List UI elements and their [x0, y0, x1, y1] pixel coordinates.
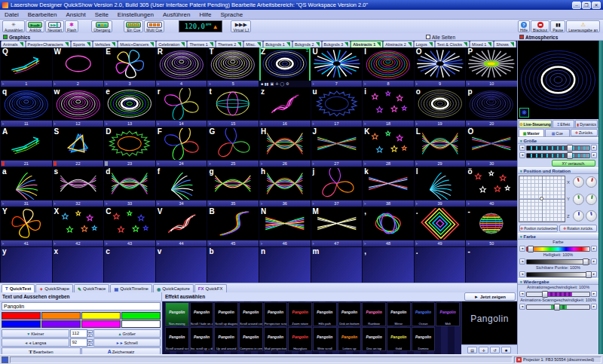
tab-cue[interactable]: ▦Cue: [545, 129, 571, 136]
pause-button[interactable]: ▮▮ Pause: [550, 20, 565, 32]
color-swatch[interactable]: [41, 320, 81, 328]
color-swatch[interactable]: [81, 312, 121, 320]
grid-cell-K[interactable]: K⊦28: [363, 127, 414, 167]
color-slider[interactable]: ◄ ►: [518, 245, 598, 252]
spin-up-icon[interactable]: ▲: [87, 330, 93, 333]
maximize-button[interactable]: ❐: [582, 2, 591, 9]
grid-cell-G[interactable]: G⊦25: [207, 127, 259, 167]
effect-tile-perspective-scroll[interactable]: PangolinPerspective scroll: [264, 302, 288, 326]
preview-source-icon[interactable]: ❋: [519, 108, 529, 118]
effect-tile-scroll-around-screen[interactable]: PangolinScroll around screen: [165, 327, 189, 351]
one-cue-button[interactable]: Ein Cue: [124, 20, 143, 32]
grid-cell-d[interactable]: d⊦33: [104, 167, 155, 206]
y-rotation-knob[interactable]: [573, 194, 584, 205]
menu-ausführen[interactable]: Ausführen: [158, 11, 194, 18]
z-rotation-knob[interactable]: [573, 210, 584, 222]
grid-cell-ö[interactable]: ö⊦40: [466, 167, 517, 206]
select-mode-button[interactable]: ✳ Auswählen: [2, 20, 25, 32]
grid-cell-n[interactable]: n: [259, 247, 311, 286]
slider-right-button[interactable]: ►: [591, 152, 597, 158]
grid-cell-Q[interactable]: Q⊦1: [1, 47, 52, 87]
grid-cell-H[interactable]: H⊦26: [259, 127, 311, 167]
cell-player-controls[interactable]: ■▮▮▣✛◯⚙: [259, 81, 311, 87]
grid-cell-f[interactable]: f⊦34: [156, 167, 207, 206]
z-rotation-knob-2[interactable]: [586, 210, 597, 222]
menu-sprache[interactable]: Sprache: [216, 11, 247, 18]
panel-scrollbar[interactable]: [598, 41, 603, 354]
flash-mode-button[interactable]: ✱ Flash: [65, 20, 78, 32]
size-value[interactable]: 112: [70, 329, 87, 338]
menu-seite[interactable]: Seite: [90, 11, 113, 18]
slider-left-button[interactable]: ◄: [519, 258, 525, 265]
color-swatch[interactable]: [41, 312, 81, 320]
preview-tool-icon[interactable]: ↺: [490, 347, 500, 353]
minimize-button[interactable]: –: [572, 2, 581, 9]
grid-cell-I[interactable]: I⊦8: [363, 47, 414, 87]
spin-up-icon[interactable]: ▲: [87, 339, 93, 342]
grid-cell-k[interactable]: k⊦38: [363, 167, 414, 206]
grid-cell-P[interactable]: P⊦10: [466, 47, 517, 87]
page-tab-abstracts-2[interactable]: Abstracts 2: [383, 41, 414, 47]
page-tab-shows[interactable]: Shows: [494, 41, 516, 47]
blackout-button[interactable]: Blackout: [531, 20, 549, 32]
player-icon[interactable]: ■: [261, 81, 263, 86]
tab-quickcapture[interactable]: ◉QuickCapture: [153, 284, 194, 292]
page-tab-vehicles[interactable]: Vehicles: [93, 41, 118, 47]
grid-cell-c[interactable]: c: [104, 247, 155, 286]
slider-left-button[interactable]: ◄: [519, 246, 525, 252]
page-tab-abstracts-1[interactable]: Abstracts 1: [350, 41, 383, 47]
section-header-size[interactable]: ▾Größe: [518, 137, 598, 144]
grid-cell-v[interactable]: v: [156, 247, 207, 286]
effect-tile-non-moving[interactable]: PangolinNon-moving: [165, 302, 189, 326]
grid-cell-j[interactable]: j⊦37: [311, 167, 363, 206]
effect-tile-disk-on-bottom[interactable]: PangolinDisk on bottom: [338, 302, 362, 326]
slider-left-button[interactable]: ◄: [519, 271, 525, 277]
grid-cell-u[interactable]: u⊦17: [311, 87, 363, 127]
transition-button[interactable]: Übergang: [91, 20, 112, 32]
tab-quickshape[interactable]: ✦QuickShape: [35, 284, 73, 292]
page-tab-bckgnds-1[interactable]: Bckgnds 1: [263, 41, 292, 47]
all-pages-checkbox[interactable]: Alle Seiten: [426, 33, 455, 41]
preview-tool-icon[interactable]: ✛: [479, 347, 488, 353]
effect-tile-scroll-fade-on-off[interactable]: PangolinScroll / fade on-off: [190, 302, 214, 326]
show-now-button[interactable]: ►Jetzt zeigen: [464, 292, 516, 301]
visible-points-slider[interactable]: ◄ ►: [518, 271, 598, 278]
color-swatch[interactable]: [121, 312, 161, 320]
grid-cell-X[interactable]: X⊦42: [53, 207, 104, 246]
slider-right-button[interactable]: ►: [591, 246, 597, 252]
slider-left-button[interactable]: ◄: [519, 145, 525, 151]
smaller-button[interactable]: ▼Kleiner: [2, 329, 69, 338]
grid-cell-a[interactable]: a⊦31: [1, 167, 52, 206]
effect-tile-disc-on-top[interactable]: PangolinDisc on top: [362, 327, 386, 351]
player-icon[interactable]: ▮▮: [265, 81, 269, 86]
grid-cell-B[interactable]: B⊦45: [207, 207, 259, 246]
grid-cell-F[interactable]: F⊦24: [156, 127, 207, 167]
effect-tile-scroll-around-corner[interactable]: PangolinScroll around corner: [239, 302, 263, 326]
tab-dynamics[interactable]: ▮Dynamics: [575, 120, 598, 127]
page-tab-text-clocks[interactable]: Text & Clocks: [435, 41, 470, 47]
grid-cell-N[interactable]: N⊦46: [259, 207, 311, 246]
grid-cell-.[interactable]: .⊦49: [415, 207, 466, 246]
effect-tile-mad-perspective[interactable]: PangolinMad perspective: [264, 327, 288, 351]
grid-cell-W[interactable]: W⊦2: [53, 47, 104, 87]
grid-cell-w[interactable]: w⊦12: [53, 87, 104, 127]
effect-tile-letters-up[interactable]: PangolinLetters up: [338, 327, 362, 351]
grid-cell-e[interactable]: e⊦13: [104, 87, 155, 127]
page-tab-misc-[interactable]: Misc.: [243, 41, 263, 47]
size-x-slider[interactable]: ◄ ►: [518, 144, 598, 151]
slider-left-button[interactable]: ◄: [519, 291, 525, 297]
grid-cell-Ö[interactable]: Ö⊦30: [466, 127, 517, 167]
multi-cue-button[interactable]: Multi Cue: [144, 20, 164, 32]
grid-cell-h[interactable]: h⊦36: [259, 167, 311, 206]
page-tab-themes-2[interactable]: Themes 2: [216, 41, 243, 47]
slider-right-button[interactable]: ►: [591, 145, 597, 151]
player-icon[interactable]: ▣: [271, 81, 274, 86]
menu-bearbeiten[interactable]: Bearbeiten: [23, 11, 62, 18]
effect-tile-zoom-rotate[interactable]: PangolinZoom rotate: [288, 302, 312, 326]
slider-left-button[interactable]: ◄: [519, 152, 525, 158]
grid-cell-A[interactable]: A⊦21: [1, 127, 52, 167]
grid-cell-r[interactable]: r⊦14: [156, 87, 207, 127]
grid-cell-C[interactable]: C⊦43: [104, 207, 155, 246]
grid-cell-V[interactable]: V⊦44: [156, 207, 207, 246]
grid-cell-.[interactable]: .: [415, 247, 466, 286]
